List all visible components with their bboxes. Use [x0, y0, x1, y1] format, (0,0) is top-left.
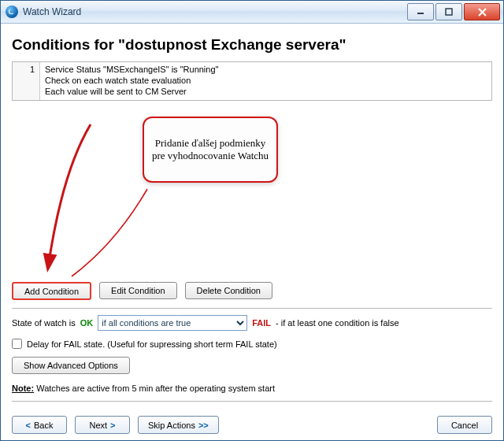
titlebar: Watch Wizard [1, 1, 503, 24]
skip-actions-button[interactable]: Skip Actions >> [138, 416, 219, 434]
delay-fail-label: Delay for FAIL state. (Useful for supres… [27, 339, 277, 349]
delete-condition-button[interactable]: Delete Condition [185, 282, 272, 299]
state-prefix: State of watch is [12, 318, 76, 328]
state-fail-label: FAIL [252, 318, 271, 328]
separator [12, 401, 492, 402]
condition-text: Service Status "MSExchangeIS" is "Runnin… [40, 62, 491, 100]
separator [12, 308, 492, 309]
edit-condition-button[interactable]: Edit Condition [99, 282, 177, 299]
skip-label: Skip Actions [148, 421, 195, 430]
add-condition-button[interactable]: Add Condition [12, 282, 91, 300]
next-label: Next [89, 421, 107, 430]
condition-line: Check on each watch state evaluation [45, 76, 487, 87]
minimize-icon [417, 8, 424, 16]
window-controls [406, 3, 500, 20]
state-row: State of watch is OK if all conditions a… [12, 315, 492, 331]
close-icon [478, 8, 487, 17]
condition-index: 1 [13, 62, 40, 100]
state-suffix: - if at least one condition is false [276, 318, 399, 328]
app-icon [6, 6, 18, 18]
state-ok-label: OK [80, 318, 94, 328]
note-label: Note: [12, 384, 34, 393]
window-title: Watch Wizard [23, 6, 406, 17]
cancel-button[interactable]: Cancel [437, 416, 492, 434]
page-heading: Conditions for "dostupnost Exchange serv… [12, 36, 492, 54]
delay-fail-checkbox[interactable] [12, 339, 22, 349]
condition-line: Service Status "MSExchangeIS" is "Runnin… [45, 65, 487, 76]
delay-row: Delay for FAIL state. (Useful for supres… [12, 339, 492, 349]
conditions-canvas: Pridanie ďalšej podmienky pre vyhodnocov… [12, 101, 492, 280]
conditions-table: 1 Service Status "MSExchangeIS" is "Runn… [12, 61, 492, 101]
condition-buttons-row: Add Condition Edit Condition Delete Cond… [12, 282, 492, 300]
content-area: Conditions for "dostupnost Exchange serv… [1, 24, 503, 440]
chevron-right-icon: > [110, 421, 115, 430]
maximize-icon [445, 8, 453, 16]
chevron-left-icon: < [26, 421, 31, 430]
minimize-button[interactable] [407, 3, 434, 20]
svg-rect-1 [446, 9, 452, 15]
state-condition-combo[interactable]: if all conditions are true [98, 315, 247, 331]
condition-row[interactable]: 1 Service Status "MSExchangeIS" is "Runn… [13, 62, 491, 100]
annotation-text: Pridanie ďalšej podmienky pre vyhodnocov… [150, 137, 270, 163]
show-advanced-button[interactable]: Show Advanced Options [12, 357, 130, 374]
maximize-button[interactable] [435, 3, 462, 20]
wizard-footer: < Back Next > Skip Actions >> Cancel [12, 408, 492, 434]
note-row: Note: Watches are active from 5 min afte… [12, 374, 492, 393]
chevron-double-right-icon: >> [198, 421, 209, 430]
next-button[interactable]: Next > [75, 416, 130, 434]
note-text: Watches are active from 5 min after the … [36, 384, 275, 393]
wizard-window: Watch Wizard Conditions for "dostupnost … [0, 0, 504, 441]
annotation-callout: Pridanie ďalšej podmienky pre vyhodnocov… [143, 117, 278, 183]
back-button[interactable]: < Back [12, 416, 67, 434]
back-label: Back [34, 421, 53, 430]
close-button[interactable] [464, 3, 500, 20]
advanced-row: Show Advanced Options [12, 357, 492, 374]
condition-line: Each value will be sent to CM Server [45, 87, 487, 98]
